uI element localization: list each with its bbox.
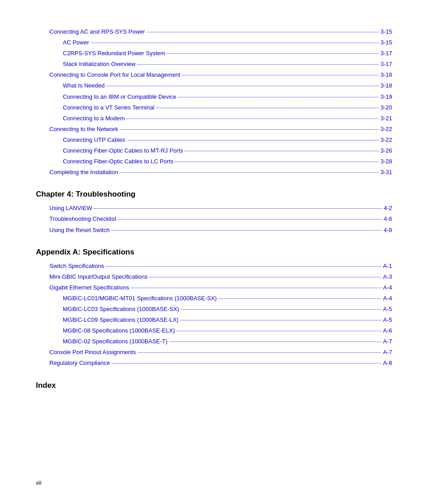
toc-entry-mgbic-lc01[interactable]: MGBIC-LC01/MGBIC-MT01 Specifications (10… — [36, 294, 392, 303]
page-footer: xii — [36, 479, 41, 486]
toc-entry-console-pinout[interactable]: Console Port Pinout Assignments A-7 — [36, 347, 392, 357]
appendixa-section: Appendix A: Specifications Switch Specif… — [36, 248, 392, 368]
toc-entry-fiber-mtrj[interactable]: Connecting Fiber-Optic Cables to MT-RJ P… — [36, 146, 392, 156]
toc-entry-connecting-network[interactable]: Connecting to the Network 3-22 — [36, 124, 392, 134]
toc-entry-regulatory[interactable]: Regulatory Compliance A-8 — [36, 358, 392, 368]
toc-entry-c2rps[interactable]: C2RPS-SYS Redundant Power System 3-17 — [36, 48, 392, 58]
toc-entry-mini-gbic[interactable]: Mini-GBIC Input/Output Specifications A-… — [36, 272, 392, 282]
toc-entry-what-is-needed[interactable]: What Is Needed 3-18 — [36, 81, 392, 91]
chapter3-toc-entries: Connecting AC and RPS-SYS Power 3-15 AC … — [36, 27, 392, 177]
toc-entry-console-port[interactable]: Connecting to Console Port for Local Man… — [36, 70, 392, 80]
toc-entry-ac-power[interactable]: AC Power 3-15 — [36, 38, 392, 48]
appendixa-heading: Appendix A: Specifications — [36, 248, 392, 257]
toc-entry-mgbic-lc09[interactable]: MGBIC-LC09 Specifications (1000BASE-LX) … — [36, 315, 392, 325]
toc-entry-completing-install[interactable]: Completing the Installation 3-31 — [36, 167, 392, 177]
toc-entry-switch-specs[interactable]: Switch Specifications A-1 — [36, 261, 392, 271]
toc-entry-vt-terminal[interactable]: Connecting to a VT Series Terminal 3-20 — [36, 103, 392, 113]
page-number: xii — [36, 479, 41, 486]
index-heading: Index — [36, 381, 392, 390]
chapter4-heading: Chapter 4: Troubleshooting — [36, 190, 392, 199]
toc-entry-ibm-device[interactable]: Connecting to an IBM or Compatible Devic… — [36, 92, 392, 102]
toc-entry-troubleshooting-checklist[interactable]: Troubleshooting Checklist 4-6 — [36, 214, 392, 224]
toc-entry-stack-init[interactable]: Stack Initialization Overview 3-17 — [36, 59, 392, 69]
toc-entry-connecting-ac[interactable]: Connecting AC and RPS-SYS Power 3-15 — [36, 27, 392, 37]
toc-entry-mgbic-lc03[interactable]: MGBIC-LC03 Specifications (1000BASE-SX) … — [36, 304, 392, 314]
toc-entry-gigabit-ethernet[interactable]: Gigabit Ethernet Specifications A-4 — [36, 283, 392, 293]
toc-entry-modem[interactable]: Connecting to a Modem 3-21 — [36, 114, 392, 123]
chapter4-section: Chapter 4: Troubleshooting Using LANVIEW… — [36, 190, 392, 235]
toc-entry-mgbic-02[interactable]: MGBIC-02 Specifications (1000BASE-T) A-7 — [36, 337, 392, 346]
page-container: Connecting AC and RPS-SYS Power 3-15 AC … — [0, 0, 428, 421]
toc-entry-fiber-lc[interactable]: Connecting Fiber-Optic Cables to LC Port… — [36, 157, 392, 167]
toc-entry-reset-switch[interactable]: Using the Reset Switch 4-8 — [36, 225, 392, 235]
toc-entry-mgbic-08[interactable]: MGBIC-08 Specifications (1000BASE-ELX) A… — [36, 326, 392, 336]
index-section: Index — [36, 381, 392, 390]
toc-entry-lanview[interactable]: Using LANVIEW 4-2 — [36, 203, 392, 213]
toc-entry-utp-cables[interactable]: Connecting UTP Cables 3-22 — [36, 135, 392, 145]
